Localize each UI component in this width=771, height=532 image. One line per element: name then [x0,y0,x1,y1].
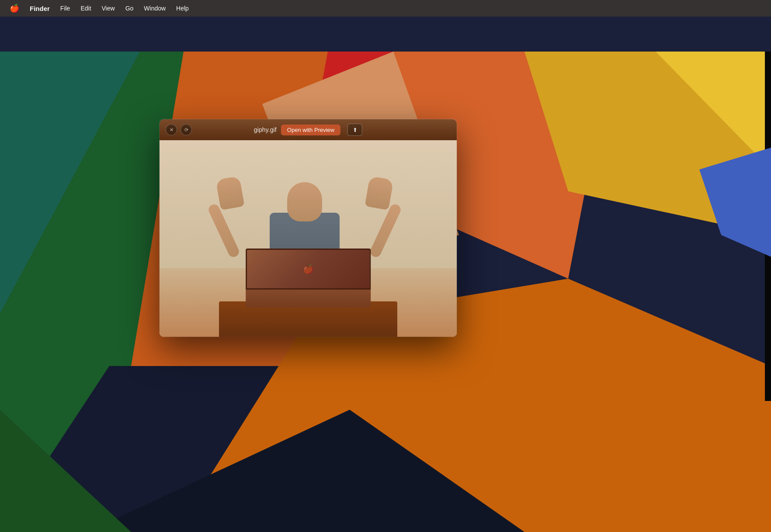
back-button[interactable]: ⟳ [181,124,192,135]
apple-menu[interactable]: 🍎 [5,3,24,14]
help-menu[interactable]: Help [172,3,193,14]
file-menu[interactable]: File [56,3,75,14]
go-menu[interactable]: Go [121,3,138,14]
window-menu[interactable]: Window [139,3,170,14]
menu-bar: 🍎 Finder File Edit View Go Window Help [0,0,771,17]
back-icon: ⟳ [184,127,188,133]
share-button[interactable]: ⬆ [347,124,362,136]
view-menu[interactable]: View [97,3,119,14]
quicklook-window: ✕ ⟳ giphy.gif Open with Preview ⬆ [160,119,457,337]
sepia-overlay [160,140,457,337]
quicklook-titlebar: ✕ ⟳ giphy.gif Open with Preview ⬆ [160,119,457,140]
finder-menu[interactable]: Finder [25,3,54,14]
desktop: ✕ ⟳ giphy.gif Open with Preview ⬆ [0,17,771,532]
open-with-preview-button[interactable]: Open with Preview [281,124,340,135]
titlebar-center: giphy.gif Open with Preview ⬆ [254,124,362,136]
traffic-lights: ✕ ⟳ [166,124,192,135]
share-icon: ⬆ [353,127,358,133]
apple-icon: 🍎 [10,4,19,13]
quicklook-image-area: 🍎 [160,140,457,337]
gif-preview: 🍎 [160,140,457,337]
edit-menu[interactable]: Edit [76,3,95,14]
close-icon: ✕ [170,127,174,133]
close-button[interactable]: ✕ [166,124,177,135]
filename-label: giphy.gif [254,126,277,133]
